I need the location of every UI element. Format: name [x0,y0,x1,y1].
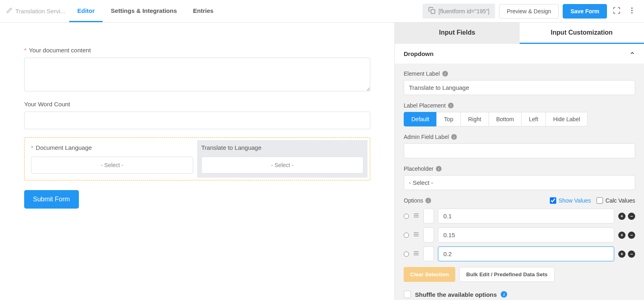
placement-bottom[interactable]: Bottom [489,112,522,126]
add-option-icon[interactable]: + [618,232,625,239]
bulk-edit-button[interactable]: Bulk Edit / Predefined Data Sets [459,267,554,282]
options-label: Options i [404,197,431,204]
remove-option-icon[interactable]: − [628,232,635,239]
placement-left[interactable]: Left [521,112,546,126]
setting-placeholder: Placeholder i [404,166,635,190]
drag-handle-icon[interactable] [413,250,419,258]
save-button[interactable]: Save Form [563,4,607,19]
option-value-input[interactable] [438,228,614,242]
sidebar-tabs: Input Fields Input Customization [395,23,644,44]
svg-point-2 [631,10,632,11]
checkbox-show-values-input[interactable] [550,197,556,204]
header-right: [fluentform id="195"] Preview & Design S… [423,4,638,19]
input-admin-label[interactable] [404,143,635,158]
setting-options: Options i Show Values Calc Values [404,197,635,282]
checkbox-calc-values-input[interactable] [597,197,603,204]
sidebar-tab-customization[interactable]: Input Customization [520,23,644,44]
checkbox-calc-values[interactable]: Calc Values [597,197,635,204]
option-row: + − [404,246,635,261]
field-word-count[interactable]: Your Word Count [24,101,370,129]
main-area: *Your document content Your Word Count *… [0,23,644,300]
checkbox-shuffle[interactable]: Shuffle the available options i [404,291,635,298]
remove-option-icon[interactable]: − [628,213,635,220]
setting-admin-label: Admin Field Label i [404,134,635,158]
label-word-count: Your Word Count [24,101,370,108]
option-value-input[interactable] [438,209,614,223]
svg-point-3 [631,12,632,13]
submit-button[interactable]: Submit Form [24,190,79,209]
input-placeholder[interactable] [404,175,635,190]
panel-title: Dropdown [404,50,433,57]
header-left: Translation Servi... Editor Settings & I… [2,0,221,22]
option-label-input[interactable] [423,209,434,223]
form-title[interactable]: Translation Servi... [2,8,66,14]
option-radio[interactable] [404,232,409,239]
add-option-icon[interactable]: + [618,250,625,258]
option-label-input[interactable] [423,228,434,242]
info-icon[interactable]: i [501,291,507,298]
input-element-label[interactable] [404,80,635,95]
info-icon[interactable]: i [451,134,457,140]
nav-tabs: Editor Settings & Integrations Entries [69,0,221,22]
option-actions: + − [618,250,635,258]
option-actions: + − [618,232,635,239]
textarea-document-content[interactable] [24,58,370,91]
placement-hide[interactable]: Hide Label [545,112,588,126]
setting-element-label: Element Label i [404,70,635,95]
tab-entries[interactable]: Entries [185,0,222,22]
form-canvas: *Your document content Your Word Count *… [0,23,394,300]
input-word-count[interactable] [24,112,370,129]
panel-header[interactable]: Dropdown [395,44,644,64]
copy-icon [428,7,436,15]
drag-handle-icon[interactable] [413,231,419,239]
remove-option-icon[interactable]: − [628,250,635,258]
label-document-content: *Your document content [24,47,370,54]
placement-right[interactable]: Right [460,112,489,126]
checkbox-show-values[interactable]: Show Values [550,197,591,204]
label-admin-field: Admin Field Label i [404,134,635,140]
info-icon[interactable]: i [425,198,431,203]
option-footer: Clear Selection Bulk Edit / Predefined D… [404,267,635,282]
select-document-language[interactable]: - Select - [31,157,193,174]
shortcode-text: [fluentform id="195"] [439,8,489,14]
placement-top[interactable]: Top [436,112,461,126]
option-actions: + − [618,213,635,220]
app-header: Translation Servi... Editor Settings & I… [0,0,644,23]
svg-rect-0 [431,10,435,14]
label-placement-label: Label Placement i [404,102,635,109]
field-document-content[interactable]: *Your document content [24,47,370,93]
info-icon[interactable]: i [448,103,454,108]
column-translate-language[interactable]: Translate to Language - Select - [197,140,367,178]
btn-group-placement: Default Top Right Bottom Left Hide Label [404,112,635,126]
chevron-up-icon [630,50,635,57]
info-icon[interactable]: i [436,166,442,172]
sidebar: Input Fields Input Customization Dropdow… [394,23,644,300]
pencil-icon [6,8,12,14]
two-column-container[interactable]: *Document Language - Select - Translate … [24,137,370,180]
checkbox-box[interactable] [404,291,411,298]
option-label-input[interactable] [423,246,434,261]
drag-handle-icon[interactable] [413,212,419,220]
preview-button[interactable]: Preview & Design [499,4,559,19]
clear-selection-button[interactable]: Clear Selection [404,267,455,282]
more-icon[interactable] [626,5,638,17]
option-row: + − [404,228,635,242]
label-placeholder: Placeholder i [404,166,635,172]
sidebar-tab-fields[interactable]: Input Fields [395,23,520,44]
tab-settings[interactable]: Settings & Integrations [103,0,185,22]
option-radio[interactable] [404,213,409,220]
tab-editor[interactable]: Editor [69,0,103,22]
panel-body: Element Label i Label Placement i Defaul… [395,64,644,300]
options-header: Options i Show Values Calc Values [404,197,635,204]
column-document-language[interactable]: *Document Language - Select - [27,140,197,178]
add-option-icon[interactable]: + [618,213,625,220]
expand-icon[interactable] [611,5,622,17]
placement-default[interactable]: Default [404,112,437,126]
options-toggles: Show Values Calc Values [550,197,635,204]
option-radio[interactable] [404,250,409,258]
info-icon[interactable]: i [442,71,448,77]
select-translate-language[interactable]: - Select - [201,157,363,174]
shortcode-badge[interactable]: [fluentform id="195"] [423,4,495,19]
option-value-input[interactable] [438,246,614,261]
label-element-label: Element Label i [404,70,635,77]
